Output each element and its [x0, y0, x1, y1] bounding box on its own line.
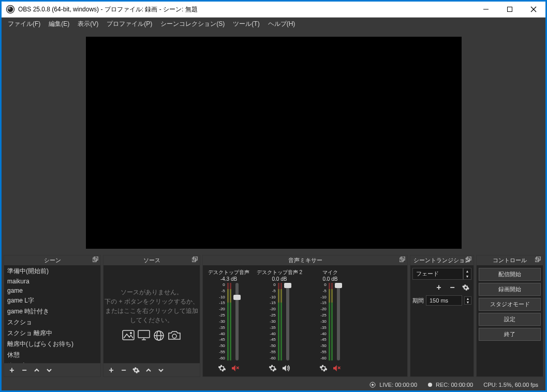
rec-status: REC: 00:00:00: [427, 382, 473, 388]
svg-point-20: [172, 334, 176, 338]
scenes-panel: シーン 準備中(開始前)maikuragamegame L字game 時計付きス…: [4, 255, 101, 377]
menu-item[interactable]: 表示(V): [73, 18, 102, 30]
controls-panel: コントロール 配信開始録画開始スタジオモード設定終了: [476, 255, 543, 377]
mixer-channel-name: デスクトップ音声 2: [257, 269, 302, 276]
scene-item[interactable]: maikura: [4, 277, 100, 286]
maximize-button[interactable]: [498, 2, 522, 17]
mixer-slider[interactable]: [286, 283, 289, 360]
minimize-button[interactable]: [474, 2, 498, 17]
menu-item[interactable]: シーンコレクション(S): [156, 18, 229, 30]
menu-item[interactable]: ファイル(F): [4, 18, 45, 30]
menubar: ファイル(F)編集(E)表示(V)プロファイル(P)シーンコレクション(S)ツー…: [2, 18, 545, 30]
remove-transition-button[interactable]: −: [447, 282, 458, 293]
cpu-status: CPU: 1.5%, 60.00 fps: [483, 382, 538, 388]
sources-empty-message: ソースがありません。 下の + ボタンをクリックするか、 またはここを右クリック…: [104, 266, 200, 363]
menu-item[interactable]: プロファイル(P): [102, 18, 156, 30]
close-button[interactable]: [522, 2, 545, 17]
menu-item[interactable]: ツール(T): [229, 18, 263, 30]
broadcast-icon: [369, 381, 376, 388]
mixer-title: 音声ミキサー: [288, 257, 322, 264]
scene-list[interactable]: 準備中(開始前)maikuragamegame L字game 時計付きスクショス…: [4, 266, 100, 363]
control-button[interactable]: 設定: [479, 313, 541, 326]
mixer-db-value: -4.3 dB: [220, 276, 237, 282]
add-scene-button[interactable]: +: [6, 365, 18, 376]
svg-rect-5: [508, 7, 512, 12]
mixer-ticks: 0-5-10-15-20-25-30-35-40-45-50-55-60: [219, 283, 225, 360]
globe-icon: [153, 330, 165, 341]
mixer-channel: マイク 0.0 dB 0-5-10-15-20-25-30-35-40-45-5…: [309, 269, 351, 375]
scene-item[interactable]: game 時計付き: [4, 306, 100, 317]
add-source-button[interactable]: +: [106, 365, 117, 376]
mixer-channel: デスクトップ音声 -4.3 dB 0-5-10-15-20-25-30-35-4…: [208, 269, 249, 375]
display-icon: [138, 330, 150, 340]
svg-point-31: [372, 384, 374, 386]
scene-item[interactable]: 準備中(開始前): [4, 266, 100, 277]
mixer-panel: 音声ミキサー デスクトップ音声 -4.3 dB 0-5-10-15-20-25-…: [202, 255, 408, 377]
svg-rect-12: [123, 330, 134, 340]
control-button[interactable]: 録画開始: [479, 283, 541, 296]
svg-point-3: [8, 7, 10, 9]
controls-title: コントロール: [493, 257, 527, 264]
scene-item[interactable]: game L字: [4, 295, 100, 306]
preview-canvas[interactable]: [86, 37, 462, 249]
svg-point-13: [130, 332, 132, 334]
live-status: LIVE: 00:00:00: [369, 381, 417, 388]
preview-area: [2, 30, 545, 255]
mixer-mute-button[interactable]: [281, 364, 290, 375]
image-icon: [122, 330, 135, 340]
scene-item[interactable]: スクショ 離席中: [4, 328, 100, 339]
source-down-button[interactable]: [155, 365, 167, 376]
title-bar: OBS 25.0.8 (64-bit, windows) - プロファイル: 録…: [2, 2, 545, 17]
mixer-channel: デスクトップ音声 2 0.0 dB 0-5-10-15-20-25-30-35-…: [259, 269, 300, 375]
transition-select[interactable]: フェード ▲▼: [412, 268, 471, 280]
transitions-panel: シーントランジション フェード ▲▼ + − 期間 150 m: [410, 255, 474, 377]
control-button[interactable]: 終了: [479, 328, 541, 341]
source-up-button[interactable]: [143, 365, 154, 376]
menu-item[interactable]: ヘルプ(H): [264, 18, 300, 30]
scene-item[interactable]: game: [4, 286, 100, 295]
transitions-title: シーントランジション: [413, 257, 470, 264]
remove-scene-button[interactable]: −: [19, 365, 30, 376]
mixer-gear-button[interactable]: [218, 364, 226, 374]
mixer-slider[interactable]: [337, 283, 340, 360]
popout-icon[interactable]: [466, 257, 471, 263]
mixer-db-value: 0.0 dB: [272, 276, 287, 282]
transition-settings-button[interactable]: [460, 282, 471, 293]
mixer-channel-name: デスクトップ音声: [208, 269, 249, 276]
obs-icon: [6, 5, 15, 14]
mixer-channel-name: マイク: [322, 269, 338, 276]
popout-icon[interactable]: [535, 257, 541, 263]
mixer-mute-button[interactable]: [332, 364, 341, 375]
control-button[interactable]: 配信開始: [479, 268, 541, 281]
status-bar: LIVE: 00:00:00 REC: 00:00:00 CPU: 1.5%, …: [2, 379, 545, 390]
window-title: OBS 25.0.8 (64-bit, windows) - プロファイル: 録…: [18, 5, 474, 14]
control-button[interactable]: スタジオモード: [479, 298, 541, 311]
source-settings-button[interactable]: [130, 365, 142, 376]
menu-item[interactable]: 編集(E): [45, 18, 73, 30]
svg-point-33: [428, 383, 432, 387]
duration-input[interactable]: 150 ms: [426, 295, 462, 306]
scene-up-button[interactable]: [31, 365, 42, 376]
mixer-mute-button[interactable]: [230, 364, 240, 375]
popout-icon[interactable]: [93, 257, 98, 263]
scene-item[interactable]: 休憩: [4, 350, 100, 360]
scenes-title: シーン: [44, 257, 61, 264]
mixer-gear-button[interactable]: [269, 364, 277, 374]
sources-title: ソース: [143, 257, 160, 264]
scene-item[interactable]: スクショ: [4, 317, 100, 328]
svg-rect-14: [138, 330, 150, 338]
mixer-slider[interactable]: [235, 283, 239, 360]
remove-source-button[interactable]: −: [118, 365, 129, 376]
sources-panel: ソース ソースがありません。 下の + ボタンをクリックするか、 またはここを右…: [103, 255, 200, 377]
add-transition-button[interactable]: +: [433, 282, 445, 293]
popout-icon[interactable]: [400, 257, 405, 263]
duration-label: 期間: [412, 297, 424, 305]
mixer-gear-button[interactable]: [319, 364, 328, 374]
scene-down-button[interactable]: [43, 365, 55, 376]
scene-item[interactable]: 離席中(しばらくお待ち): [4, 339, 100, 350]
mixer-db-value: 0.0 dB: [323, 276, 338, 282]
camera-icon: [168, 330, 181, 340]
mixer-ticks: 0-5-10-15-20-25-30-35-40-45-50-55-60: [320, 283, 327, 360]
popout-icon[interactable]: [192, 257, 198, 263]
mixer-ticks: 0-5-10-15-20-25-30-35-40-45-50-55-60: [270, 283, 276, 360]
